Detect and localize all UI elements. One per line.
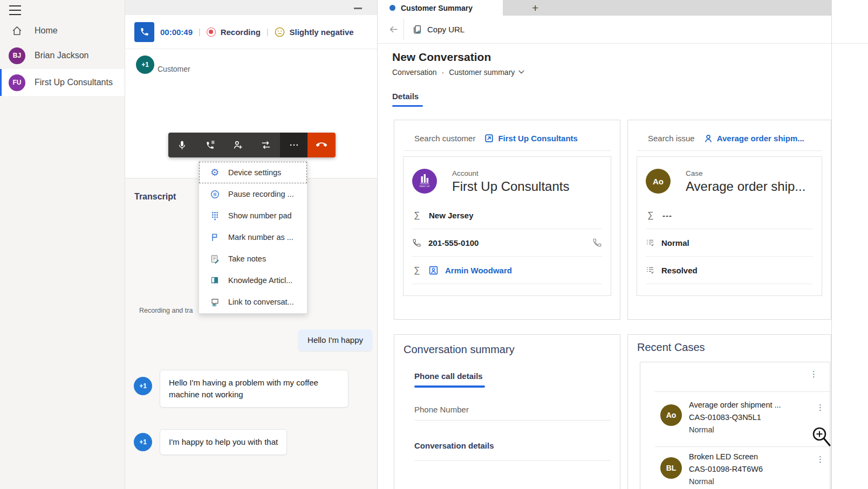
record-type-label: Case [686, 169, 805, 177]
hangup-icon [314, 137, 329, 153]
recording-notice: Recording and tra [139, 307, 193, 314]
hold-call-icon [205, 140, 216, 150]
copy-url-button[interactable]: Copy URL [412, 24, 464, 35]
menu-item-mark-number[interactable]: Mark number as ... [199, 226, 307, 248]
list-options-icon[interactable]: ⋮ [810, 370, 818, 378]
recent-cases-card: Recent Cases ⋮ Ao Average order shipment… [627, 334, 831, 489]
hold-button[interactable] [196, 133, 224, 157]
call-phone-button[interactable] [592, 238, 602, 247]
chat-message-incoming: I'm happy to help you with that [160, 429, 287, 455]
account-name: First Up Consultants [452, 179, 569, 194]
ellipsis-icon [289, 140, 299, 150]
menu-item-pause-recording[interactable]: Pause recording ... [199, 183, 307, 205]
menu-item-take-notes[interactable]: Take notes [199, 248, 307, 270]
tab-phone-call-details[interactable]: Phone call details [414, 371, 483, 381]
conversation-summary-card: Conversation summary Phone call details … [394, 334, 620, 489]
case-row[interactable]: BL Broken LED Screen CAS-01098-R4T6W6 No… [660, 451, 824, 488]
transfer-icon [261, 140, 271, 150]
sidebar-item-first-up-consultants[interactable]: FU First Up Consultants [0, 69, 125, 96]
new-tab-button[interactable]: + [532, 2, 538, 13]
card-title: Recent Cases [637, 341, 705, 354]
conversation-details-label: Conversation details [414, 441, 494, 450]
phone-number-label: Phone Number [414, 405, 469, 414]
case-avatar: BL [660, 457, 682, 479]
sidebar-item-label: Home [35, 26, 58, 36]
pause-circle-icon [209, 190, 220, 199]
app-root: Home BJ Brian Jackson FU First Up Consul… [0, 0, 868, 489]
search-customer-label: Search customer [414, 134, 475, 143]
sidebar: Home BJ Brian Jackson FU First Up Consul… [0, 0, 125, 489]
case-avatar: Ao [660, 404, 682, 426]
chat-message-row: +1 I'm happy to help you with that [134, 429, 287, 455]
contact-link[interactable]: Armin Woodward [445, 266, 512, 275]
search-issue-label: Search issue [648, 134, 695, 143]
call-pane: 00:00:49 | Recording | Slightly negative… [125, 0, 378, 489]
divider [404, 19, 404, 40]
link-chat-icon [209, 298, 220, 307]
call-pane-titlebar [125, 0, 377, 15]
customer-record-link[interactable]: First Up Consultants [484, 134, 578, 143]
tab-gutter [831, 0, 868, 16]
menu-item-show-number-pad[interactable]: Show number pad [199, 205, 307, 226]
record-type-label: Account [452, 169, 569, 177]
call-header: 00:00:49 | Recording | Slightly negative [125, 15, 377, 49]
field-row-phone: 201-555-0100 [412, 229, 602, 257]
divider [414, 460, 611, 461]
menu-item-device-settings[interactable]: ⚙ Device settings [199, 162, 307, 183]
sentiment-slightly-negative-icon [275, 27, 285, 37]
participant-avatar-stack[interactable]: +1 [136, 56, 154, 74]
recording-label: Recording [221, 27, 261, 37]
transfer-button[interactable] [252, 133, 280, 157]
hamburger-menu-button[interactable] [9, 4, 23, 16]
sidebar-item-label: Brian Jackson [35, 51, 89, 60]
avatar: FU [9, 74, 25, 91]
separator: | [266, 27, 269, 36]
book-icon [209, 276, 220, 285]
mute-button[interactable] [168, 133, 196, 157]
card-title: Conversation summary [404, 343, 515, 356]
account-mini-card: FIRST UP Account First Up Consultants ∑ … [403, 156, 611, 296]
back-button[interactable] [384, 20, 402, 39]
field-row-status: Resolved [646, 257, 813, 284]
page-title: New Conversation [392, 51, 491, 64]
tab-details[interactable]: Details [392, 92, 423, 107]
phone-icon [412, 238, 421, 247]
field-row-address: ∑ New Jersey [412, 202, 602, 229]
divider [655, 391, 830, 392]
divider [637, 150, 822, 151]
person-add-icon [233, 140, 243, 150]
add-participant-button[interactable] [224, 133, 252, 157]
case-mini-card: Ao Case Average order ship... ∑ --- Norm… [637, 156, 822, 296]
field-row-contact: ∑ Armin Woodward [412, 257, 602, 284]
account-logo: FIRST UP [412, 169, 437, 194]
case-options-icon[interactable]: ⋮ [816, 455, 824, 488]
back-arrow-icon [388, 24, 399, 35]
menu-item-knowledge-articles[interactable]: Knowledge Articl... [199, 270, 307, 291]
active-tab-underline [392, 105, 423, 107]
case-row[interactable]: Ao Average order shipment ... CAS-01083-… [660, 399, 824, 436]
menu-item-link-to-conversation[interactable]: Link to conversat... [199, 291, 307, 313]
flag-icon [209, 233, 220, 242]
phone-icon [592, 238, 602, 247]
call-more-menu: ⚙ Device settings Pause recording ... Sh… [199, 161, 307, 314]
sidebar-item-home[interactable]: Home [0, 19, 125, 42]
search-issue-card: Search issue Average order shipm... Ao C… [627, 120, 831, 320]
more-actions-button[interactable] [280, 133, 308, 157]
field-row-priority: Normal [646, 229, 813, 257]
minimize-icon[interactable] [354, 8, 362, 9]
search-customer-card: Search customer First Up Consultants FIR… [394, 120, 620, 320]
tab-customer-summary[interactable]: Customer Summary [378, 0, 503, 16]
sidebar-item-brian-jackson[interactable]: BJ Brian Jackson [0, 43, 125, 68]
issue-record-link[interactable]: Average order shipm... [704, 134, 804, 143]
recent-cases-list: ⋮ Ao Average order shipment ... CAS-0108… [640, 362, 830, 489]
call-timer: 00:00:49 [160, 27, 193, 37]
recording-dot-icon [207, 27, 216, 37]
sigma-icon: ∑ [646, 210, 655, 220]
message-avatar: +1 [134, 377, 152, 395]
form-selector[interactable]: Customer summary [449, 68, 524, 77]
breadcrumb-entity: Conversation [392, 68, 437, 77]
option-set-icon [646, 238, 654, 247]
chevron-down-icon [518, 70, 524, 74]
end-call-button[interactable] [307, 133, 336, 157]
case-name: Average order ship... [686, 179, 805, 194]
